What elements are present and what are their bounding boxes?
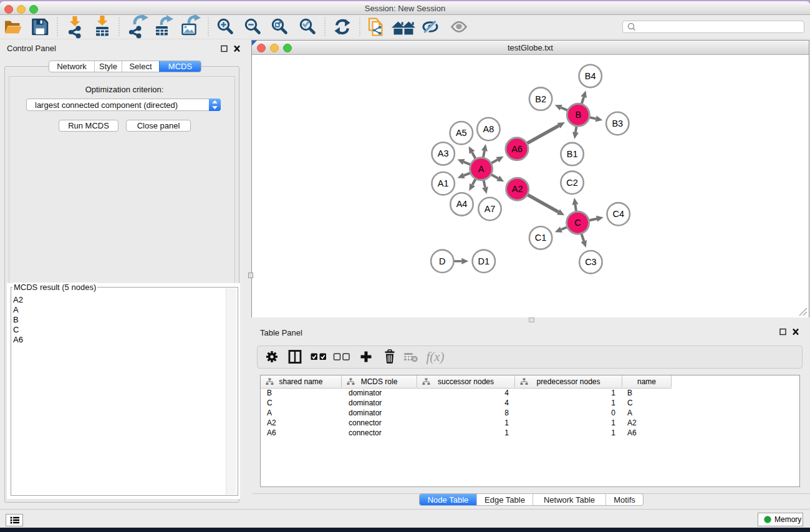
- svg-text:D: D: [439, 256, 445, 266]
- svg-text:A2: A2: [512, 184, 523, 194]
- svg-text:A6: A6: [511, 144, 523, 154]
- svg-text:B1: B1: [567, 149, 578, 159]
- svg-text:A8: A8: [483, 124, 494, 134]
- svg-text:A: A: [478, 164, 485, 174]
- svg-text:B3: B3: [612, 118, 623, 128]
- svg-text:C4: C4: [612, 209, 624, 219]
- svg-text:D1: D1: [478, 256, 490, 266]
- svg-text:B4: B4: [585, 71, 596, 81]
- svg-text:A5: A5: [456, 128, 467, 138]
- svg-text:C: C: [574, 218, 581, 228]
- svg-text:A1: A1: [438, 178, 449, 188]
- svg-text:A4: A4: [456, 199, 468, 209]
- svg-text:A7: A7: [485, 204, 496, 214]
- svg-text:B: B: [575, 110, 581, 120]
- svg-text:C2: C2: [566, 178, 578, 188]
- svg-text:C3: C3: [585, 257, 597, 267]
- svg-text:B2: B2: [535, 94, 546, 104]
- svg-text:A3: A3: [438, 148, 449, 158]
- svg-text:C1: C1: [535, 233, 547, 243]
- svg-text:f(x): f(x): [426, 349, 444, 364]
